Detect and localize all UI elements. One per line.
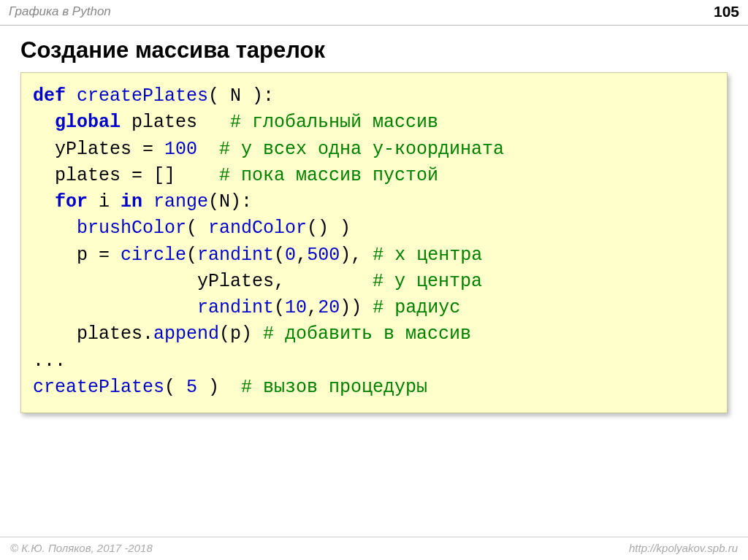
- number: 10: [285, 297, 307, 318]
- fn-brushcolor: brushColor: [77, 218, 186, 239]
- code-text: [142, 191, 153, 212]
- number: 5: [186, 377, 197, 398]
- kw-def: def: [33, 85, 66, 107]
- code-text: )): [340, 297, 373, 318]
- code-text: (N):: [208, 191, 252, 212]
- code-block: def createPlates( N ): global plates # г…: [20, 72, 728, 413]
- code-text: ,: [307, 297, 318, 318]
- comment: # вызов процедуры: [241, 377, 427, 398]
- code-text: p =: [33, 245, 121, 266]
- code-text: (: [274, 297, 285, 318]
- fn-randcolor: randColor: [208, 218, 307, 239]
- code-text: () ): [307, 218, 351, 239]
- code-text: (: [186, 245, 197, 266]
- kw-global: global: [55, 112, 121, 133]
- fn-append: append: [153, 323, 219, 345]
- page-title: Создание массива тарелок: [0, 26, 748, 72]
- code-text: plates = []: [33, 165, 219, 186]
- code-text: [197, 139, 219, 160]
- kw-for: for: [55, 191, 88, 212]
- number: 0: [285, 245, 296, 266]
- code-text: plates.: [33, 323, 153, 345]
- comment: # x центра: [373, 245, 482, 266]
- fn-randint: randint: [197, 297, 274, 318]
- code-text: ...: [33, 350, 66, 372]
- fn-circle: circle: [121, 245, 186, 266]
- code-text: yPlates,: [33, 271, 373, 292]
- fn-range: range: [153, 191, 208, 212]
- comment: # y центра: [373, 271, 482, 292]
- fn-createplates-call: createPlates: [33, 377, 164, 398]
- comment: # у всех одна y-координата: [219, 139, 504, 160]
- code-text: [33, 297, 197, 318]
- comment: # радиус: [373, 297, 460, 318]
- header-bar: Графика в Python 105: [0, 0, 748, 26]
- code-text: yPlates =: [33, 139, 164, 160]
- code-text: (: [274, 245, 285, 266]
- code-text: (p): [219, 323, 263, 345]
- code-text: ),: [340, 245, 373, 266]
- comment: # глобальный массив: [230, 112, 438, 133]
- number: 100: [164, 139, 197, 160]
- code-text: ,: [296, 245, 307, 266]
- code-text: (: [186, 218, 208, 239]
- footer: © К.Ю. Поляков, 2017 -2018 http://kpolya…: [0, 537, 748, 560]
- code-text: [33, 218, 77, 239]
- kw-in: in: [121, 191, 142, 212]
- code-text: i: [88, 191, 121, 212]
- slide: Графика в Python 105 Создание массива та…: [0, 0, 748, 560]
- fn-createplates: createPlates: [77, 85, 208, 107]
- code-text: plates: [121, 112, 230, 133]
- number: 500: [307, 245, 340, 266]
- page-number: 105: [714, 3, 739, 20]
- fn-randint: randint: [197, 245, 274, 266]
- code-text: (: [164, 377, 186, 398]
- header-title: Графика в Python: [9, 4, 111, 19]
- code-text: ): [197, 377, 241, 398]
- comment: # добавить в массив: [263, 323, 471, 345]
- code-text: ( N ):: [208, 85, 274, 107]
- footer-url: http://kpolyakov.spb.ru: [629, 542, 738, 554]
- comment: # пока массив пустой: [219, 165, 438, 186]
- number: 20: [318, 297, 340, 318]
- footer-copyright: © К.Ю. Поляков, 2017 -2018: [10, 542, 153, 554]
